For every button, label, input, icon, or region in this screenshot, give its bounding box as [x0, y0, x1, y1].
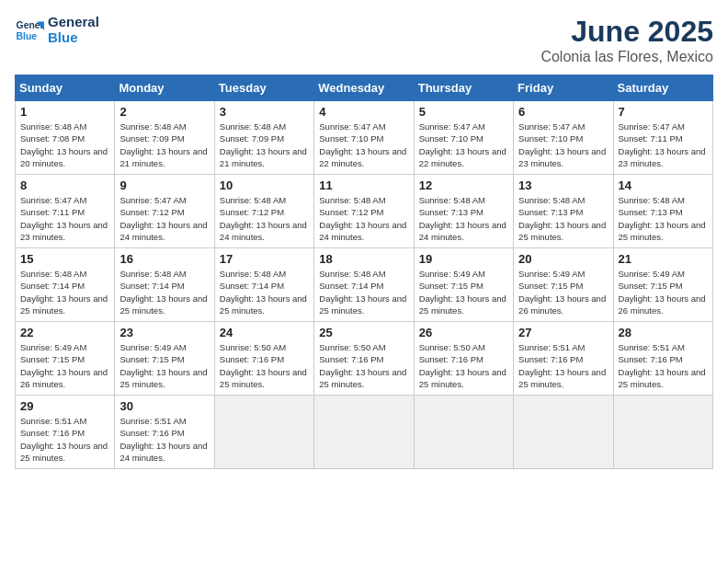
day-cell: 18Sunrise: 5:48 AMSunset: 7:14 PMDayligh…: [314, 248, 414, 322]
svg-text:Blue: Blue: [17, 30, 38, 40]
day-cell: 28Sunrise: 5:51 AMSunset: 7:16 PMDayligh…: [613, 322, 712, 396]
day-cell: 19Sunrise: 5:49 AMSunset: 7:15 PMDayligh…: [414, 248, 513, 322]
day-number: 27: [518, 326, 608, 339]
logo: General Blue General Blue: [15, 15, 99, 45]
day-number: 15: [20, 252, 109, 266]
day-number: 30: [119, 399, 209, 413]
day-number: 9: [119, 178, 209, 192]
day-info: Sunrise: 5:49 AMSunset: 7:15 PMDaylight:…: [20, 341, 109, 390]
day-cell: 8Sunrise: 5:47 AMSunset: 7:11 PMDaylight…: [16, 175, 115, 248]
day-info: Sunrise: 5:47 AMSunset: 7:10 PMDaylight:…: [518, 121, 608, 169]
calendar-header-row: SundayMondayTuesdayWednesdayThursdayFrid…: [16, 75, 713, 101]
day-info: Sunrise: 5:50 AMSunset: 7:16 PMDaylight:…: [419, 341, 508, 390]
day-cell: 2Sunrise: 5:48 AMSunset: 7:09 PMDaylight…: [115, 101, 214, 175]
day-cell: 12Sunrise: 5:48 AMSunset: 7:13 PMDayligh…: [414, 175, 513, 248]
col-header-wednesday: Wednesday: [314, 75, 414, 101]
col-header-sunday: Sunday: [16, 75, 115, 101]
day-info: Sunrise: 5:47 AMSunset: 7:11 PMDaylight:…: [20, 194, 109, 243]
day-cell: 23Sunrise: 5:49 AMSunset: 7:15 PMDayligh…: [115, 322, 214, 396]
day-cell: 21Sunrise: 5:49 AMSunset: 7:15 PMDayligh…: [613, 248, 712, 322]
col-header-tuesday: Tuesday: [214, 75, 313, 101]
day-info: Sunrise: 5:51 AMSunset: 7:16 PMDaylight:…: [20, 415, 109, 464]
day-number: 26: [419, 326, 508, 339]
week-row-4: 22Sunrise: 5:49 AMSunset: 7:15 PMDayligh…: [16, 322, 713, 396]
day-info: Sunrise: 5:50 AMSunset: 7:16 PMDaylight:…: [319, 341, 408, 390]
day-number: 20: [518, 252, 608, 266]
day-info: Sunrise: 5:48 AMSunset: 7:14 PMDaylight:…: [319, 268, 408, 316]
day-cell: [214, 396, 313, 469]
day-number: 14: [619, 178, 708, 192]
week-row-1: 1Sunrise: 5:48 AMSunset: 7:08 PMDaylight…: [16, 101, 713, 175]
day-info: Sunrise: 5:47 AMSunset: 7:10 PMDaylight:…: [419, 121, 508, 169]
day-info: Sunrise: 5:48 AMSunset: 7:14 PMDaylight:…: [20, 268, 109, 316]
day-info: Sunrise: 5:49 AMSunset: 7:15 PMDaylight:…: [119, 341, 209, 390]
day-info: Sunrise: 5:47 AMSunset: 7:10 PMDaylight:…: [319, 121, 408, 169]
week-row-3: 15Sunrise: 5:48 AMSunset: 7:14 PMDayligh…: [16, 248, 713, 322]
day-cell: 5Sunrise: 5:47 AMSunset: 7:10 PMDaylight…: [414, 101, 513, 175]
day-number: 28: [619, 326, 708, 339]
day-number: 7: [619, 105, 708, 119]
day-cell: 16Sunrise: 5:48 AMSunset: 7:14 PMDayligh…: [115, 248, 214, 322]
day-info: Sunrise: 5:50 AMSunset: 7:16 PMDaylight:…: [220, 341, 309, 390]
day-info: Sunrise: 5:51 AMSunset: 7:16 PMDaylight:…: [119, 415, 209, 464]
day-info: Sunrise: 5:48 AMSunset: 7:13 PMDaylight:…: [419, 194, 508, 243]
day-cell: 24Sunrise: 5:50 AMSunset: 7:16 PMDayligh…: [214, 322, 313, 396]
day-number: 29: [20, 399, 109, 413]
day-cell: 26Sunrise: 5:50 AMSunset: 7:16 PMDayligh…: [414, 322, 513, 396]
day-cell: 13Sunrise: 5:48 AMSunset: 7:13 PMDayligh…: [514, 175, 613, 248]
day-cell: [613, 396, 712, 469]
day-number: 12: [419, 178, 508, 192]
day-cell: [414, 396, 513, 469]
day-number: 5: [419, 105, 508, 119]
week-row-2: 8Sunrise: 5:47 AMSunset: 7:11 PMDaylight…: [16, 175, 713, 248]
logo-text-line1: General: [48, 15, 99, 30]
day-cell: 10Sunrise: 5:48 AMSunset: 7:12 PMDayligh…: [214, 175, 313, 248]
calendar-table: SundayMondayTuesdayWednesdayThursdayFrid…: [15, 75, 713, 469]
day-number: 1: [20, 105, 109, 119]
day-number: 13: [518, 178, 608, 192]
day-number: 8: [20, 178, 109, 192]
day-number: 19: [419, 252, 508, 266]
header: General Blue General Blue June 2025 Colo…: [15, 15, 713, 65]
col-header-thursday: Thursday: [414, 75, 513, 101]
day-number: 24: [220, 326, 309, 339]
day-info: Sunrise: 5:49 AMSunset: 7:15 PMDaylight:…: [518, 268, 608, 316]
day-info: Sunrise: 5:47 AMSunset: 7:11 PMDaylight:…: [619, 121, 708, 169]
title-area: June 2025 Colonia las Flores, Mexico: [540, 15, 713, 65]
day-number: 17: [220, 252, 309, 266]
calendar-title: June 2025: [540, 15, 713, 49]
day-cell: 30Sunrise: 5:51 AMSunset: 7:16 PMDayligh…: [115, 396, 214, 469]
day-cell: 15Sunrise: 5:48 AMSunset: 7:14 PMDayligh…: [16, 248, 115, 322]
day-number: 3: [220, 105, 309, 119]
day-cell: 1Sunrise: 5:48 AMSunset: 7:08 PMDaylight…: [16, 101, 115, 175]
day-info: Sunrise: 5:48 AMSunset: 7:13 PMDaylight:…: [518, 194, 608, 243]
day-info: Sunrise: 5:48 AMSunset: 7:14 PMDaylight:…: [119, 268, 209, 316]
day-info: Sunrise: 5:48 AMSunset: 7:08 PMDaylight:…: [20, 121, 109, 169]
day-cell: [514, 396, 613, 469]
week-row-5: 29Sunrise: 5:51 AMSunset: 7:16 PMDayligh…: [16, 396, 713, 469]
day-cell: 7Sunrise: 5:47 AMSunset: 7:11 PMDaylight…: [613, 101, 712, 175]
day-cell: [314, 396, 414, 469]
day-cell: 22Sunrise: 5:49 AMSunset: 7:15 PMDayligh…: [16, 322, 115, 396]
day-info: Sunrise: 5:51 AMSunset: 7:16 PMDaylight:…: [619, 341, 708, 390]
day-number: 16: [119, 252, 209, 266]
day-number: 4: [319, 105, 408, 119]
day-number: 22: [20, 326, 109, 339]
day-cell: 20Sunrise: 5:49 AMSunset: 7:15 PMDayligh…: [514, 248, 613, 322]
day-number: 25: [319, 326, 408, 339]
day-number: 18: [319, 252, 408, 266]
day-number: 23: [119, 326, 209, 339]
day-cell: 3Sunrise: 5:48 AMSunset: 7:09 PMDaylight…: [214, 101, 313, 175]
day-number: 10: [220, 178, 309, 192]
day-cell: 29Sunrise: 5:51 AMSunset: 7:16 PMDayligh…: [16, 396, 115, 469]
day-info: Sunrise: 5:48 AMSunset: 7:12 PMDaylight:…: [319, 194, 408, 243]
day-info: Sunrise: 5:48 AMSunset: 7:13 PMDaylight:…: [619, 194, 708, 243]
day-cell: 25Sunrise: 5:50 AMSunset: 7:16 PMDayligh…: [314, 322, 414, 396]
logo-text-line2: Blue: [48, 30, 99, 46]
day-cell: 14Sunrise: 5:48 AMSunset: 7:13 PMDayligh…: [613, 175, 712, 248]
calendar-subtitle: Colonia las Flores, Mexico: [540, 49, 713, 65]
day-info: Sunrise: 5:48 AMSunset: 7:09 PMDaylight:…: [220, 121, 309, 169]
day-number: 6: [518, 105, 608, 119]
day-cell: 17Sunrise: 5:48 AMSunset: 7:14 PMDayligh…: [214, 248, 313, 322]
day-info: Sunrise: 5:51 AMSunset: 7:16 PMDaylight:…: [518, 341, 608, 390]
